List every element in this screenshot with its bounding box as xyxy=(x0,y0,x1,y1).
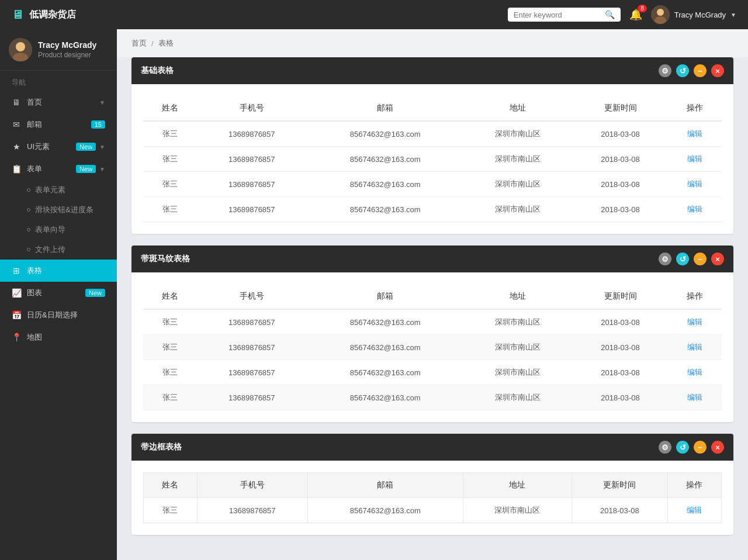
minimize-button[interactable]: − xyxy=(694,64,707,77)
edit-link[interactable]: 编辑 xyxy=(687,129,702,138)
cell-email: 85674632@163.com xyxy=(307,360,463,385)
sidebar-user-name: Tracy McGrady xyxy=(38,40,96,50)
edit-link[interactable]: 编辑 xyxy=(687,368,702,376)
striped-table: 姓名 手机号 邮箱 地址 更新时间 操作 张三 13689876857 8567… xyxy=(143,284,722,410)
minimize-button[interactable]: − xyxy=(694,253,707,265)
map-icon: 📍 xyxy=(12,333,21,342)
breadcrumb-current: 表格 xyxy=(158,38,174,49)
edit-link[interactable]: 编辑 xyxy=(687,317,702,326)
search-input[interactable] xyxy=(514,11,601,19)
main-content: 首页 / 表格 基础表格 ⚙ ↺ − × xyxy=(117,29,748,560)
card-actions: ⚙ ↺ − × xyxy=(659,64,724,77)
cell-action[interactable]: 编辑 xyxy=(669,147,722,172)
sidebar-item-upload[interactable]: 文件上传 xyxy=(0,240,117,260)
calendar-icon: 📅 xyxy=(12,310,21,320)
striped-table-body: 姓名 手机号 邮箱 地址 更新时间 操作 张三 13689876857 8567… xyxy=(131,272,733,422)
sidebar-item-map[interactable]: 📍 地图 xyxy=(0,326,117,348)
edit-link[interactable]: 编辑 xyxy=(687,506,702,514)
cell-email: 85674632@163.com xyxy=(307,172,463,197)
sidebar-item-table-label: 表格 xyxy=(27,265,42,276)
table-row: 张三 13689876857 85674632@163.com 深圳市南山区 2… xyxy=(143,385,722,410)
cell-action[interactable]: 编辑 xyxy=(669,172,722,197)
notification-badge: 8 xyxy=(638,5,647,12)
col-name: 姓名 xyxy=(143,284,196,309)
bordered-table-card: 带边框表格 ⚙ ↺ − × 姓名 手机号 邮箱 xyxy=(131,434,733,535)
topbar: 🖥 低调杂货店 🔍 🔔 8 Tracy McGrady ▼ xyxy=(0,0,748,29)
cell-address: 深圳市南山区 xyxy=(463,360,572,385)
cell-action[interactable]: 编辑 xyxy=(669,197,722,222)
sidebar-item-slider[interactable]: 滑块按钮&进度条 xyxy=(0,200,117,220)
star-icon: ★ xyxy=(12,142,21,151)
cell-phone: 13689876857 xyxy=(196,385,307,410)
col-name: 姓名 xyxy=(143,96,196,121)
table-row: 张三 13689876857 85674632@163.com 深圳市南山区 2… xyxy=(143,172,722,197)
breadcrumb-home[interactable]: 首页 xyxy=(131,38,147,49)
basic-table-title: 基础表格 xyxy=(141,65,174,76)
close-button[interactable]: × xyxy=(711,441,724,454)
sidebar-item-form[interactable]: 📋 表单 New ▼ xyxy=(0,158,117,180)
minimize-button[interactable]: − xyxy=(694,441,707,454)
cell-updated: 2018-03-08 xyxy=(572,385,668,410)
sidebar: Tracy McGrady Product designer 导航 🖥 首页 ▼… xyxy=(0,29,117,560)
cell-updated: 2018-03-08 xyxy=(572,498,667,523)
bordered-table-title: 带边框表格 xyxy=(141,442,182,452)
chevron-right-icon: ▼ xyxy=(99,144,105,150)
sidebar-item-calendar[interactable]: 📅 日历&日期选择 xyxy=(0,304,117,326)
bordered-table-body: 姓名 手机号 邮箱 地址 更新时间 操作 张三 13689876857 8567… xyxy=(131,461,733,535)
cell-action[interactable]: 编辑 xyxy=(669,121,722,147)
close-button[interactable]: × xyxy=(711,64,724,77)
nav-section-title: 导航 xyxy=(0,71,117,91)
settings-button[interactable]: ⚙ xyxy=(659,441,671,454)
striped-table-card-header: 带斑马纹表格 ⚙ ↺ − × xyxy=(131,246,733,272)
refresh-button[interactable]: ↺ xyxy=(676,253,689,265)
settings-button[interactable]: ⚙ xyxy=(659,253,671,265)
edit-link[interactable]: 编辑 xyxy=(687,343,702,351)
cell-phone: 13689876857 xyxy=(196,197,307,222)
sidebar-item-mail[interactable]: ✉ 邮箱 15 xyxy=(0,113,117,136)
col-action: 操作 xyxy=(669,96,722,121)
refresh-button[interactable]: ↺ xyxy=(676,441,689,454)
refresh-button[interactable]: ↺ xyxy=(676,64,689,77)
search-icon: 🔍 xyxy=(605,10,615,19)
sidebar-item-chart-label: 图表 xyxy=(27,288,42,298)
cell-phone: 13689876857 xyxy=(196,309,307,335)
sidebar-user-info: Tracy McGrady Product designer xyxy=(38,40,96,59)
chart-new-badge: New xyxy=(85,289,105,297)
breadcrumb: 首页 / 表格 xyxy=(117,29,748,57)
col-updated: 更新时间 xyxy=(572,96,668,121)
table-header-row: 姓名 手机号 邮箱 地址 更新时间 操作 xyxy=(144,473,722,498)
sidebar-item-table[interactable]: ⊞ 表格 xyxy=(0,260,117,282)
sidebar-item-ui-label: UI元素 xyxy=(27,141,50,152)
edit-link[interactable]: 编辑 xyxy=(687,393,702,402)
notification-button[interactable]: 🔔 8 xyxy=(629,8,642,21)
cell-updated: 2018-03-08 xyxy=(572,147,668,172)
search-box[interactable]: 🔍 xyxy=(508,8,621,22)
sidebar-item-home[interactable]: 🖥 首页 ▼ xyxy=(0,91,117,113)
sidebar-item-form-label: 表单 xyxy=(27,164,42,174)
settings-button[interactable]: ⚙ xyxy=(659,64,671,77)
close-button[interactable]: × xyxy=(711,253,724,265)
sidebar-item-chart[interactable]: 📈 图表 New xyxy=(0,282,117,304)
sidebar-item-ui[interactable]: ★ UI元素 New ▼ xyxy=(0,136,117,158)
edit-link[interactable]: 编辑 xyxy=(687,205,702,213)
cell-email: 85674632@163.com xyxy=(307,335,463,360)
cell-action[interactable]: 编辑 xyxy=(669,335,722,360)
edit-link[interactable]: 编辑 xyxy=(687,179,702,188)
cell-address: 深圳市南山区 xyxy=(463,309,572,335)
col-email: 邮箱 xyxy=(307,284,463,309)
edit-link[interactable]: 编辑 xyxy=(687,154,702,163)
cell-email: 85674632@163.com xyxy=(307,121,463,147)
cell-action[interactable]: 编辑 xyxy=(667,498,721,523)
cell-action[interactable]: 编辑 xyxy=(669,360,722,385)
cell-action[interactable]: 编辑 xyxy=(669,385,722,410)
dot-icon xyxy=(27,228,30,231)
sidebar-item-form-elements[interactable]: 表单元素 xyxy=(0,180,117,200)
table-row: 张三 13689876857 85674632@163.com 深圳市南山区 2… xyxy=(143,147,722,172)
table-row: 张三 13689876857 85674632@163.com 深圳市南山区 2… xyxy=(143,197,722,222)
cell-action[interactable]: 编辑 xyxy=(669,309,722,335)
sidebar-item-form-guide[interactable]: 表单向导 xyxy=(0,220,117,240)
col-updated: 更新时间 xyxy=(572,473,667,498)
sidebar-user-role: Product designer xyxy=(38,51,96,59)
dot-icon xyxy=(27,248,30,251)
user-menu[interactable]: Tracy McGrady ▼ xyxy=(651,5,736,24)
